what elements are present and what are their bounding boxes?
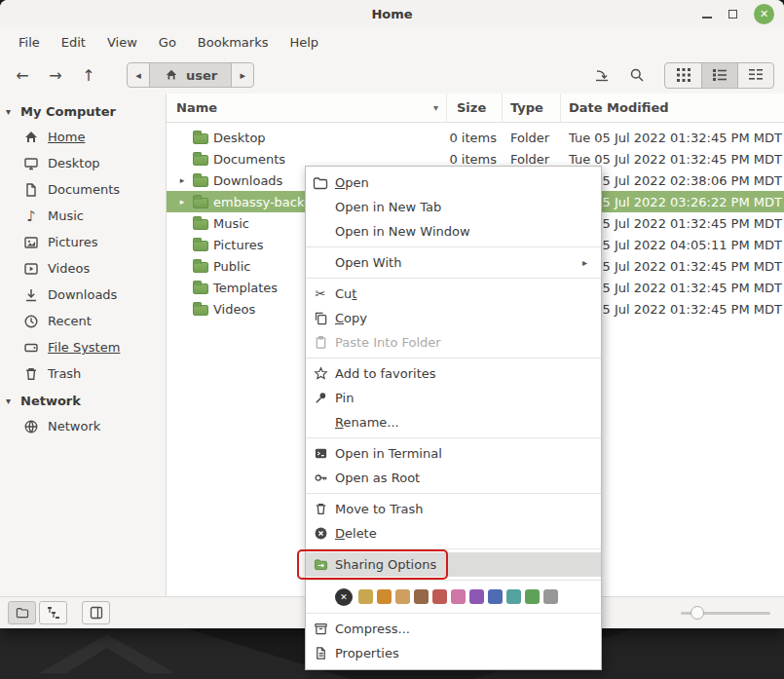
up-button[interactable]: ↑: [76, 62, 101, 88]
menu-bookmarks[interactable]: Bookmarks: [187, 31, 280, 54]
sidebar-item-documents[interactable]: Documents: [0, 176, 166, 203]
menu-file[interactable]: File: [8, 31, 51, 54]
minimize-button[interactable]: [702, 7, 712, 21]
menu-help[interactable]: Help: [279, 31, 329, 54]
breadcrumb-label: user: [186, 68, 217, 83]
color-swatch[interactable]: [543, 589, 558, 604]
sort-indicator-icon[interactable]: ▾: [433, 102, 438, 113]
zoom-slider-knob[interactable]: [691, 606, 704, 620]
column-header-date-modified[interactable]: Date Modified: [561, 94, 784, 122]
sidebar-section-network[interactable]: ▾ Network: [0, 389, 166, 413]
folder-icon: [193, 305, 208, 316]
color-swatch[interactable]: [414, 589, 429, 604]
menu-separator: [306, 246, 601, 247]
menu-item-pin[interactable]: Pin: [306, 386, 601, 410]
toggle-location-entry-button[interactable]: [588, 62, 616, 88]
menu-item-label: Add to favorites: [335, 366, 436, 381]
menu-item-open-with[interactable]: Open With ▸: [306, 250, 601, 275]
folder-icon: [193, 241, 208, 251]
sidebar-item-music[interactable]: ♪ Music: [0, 203, 166, 229]
color-swatch[interactable]: [432, 589, 447, 604]
forward-button[interactable]: →: [43, 62, 68, 88]
search-icon: [629, 67, 645, 83]
menu-item-open-in-new-window[interactable]: Open in New Window: [306, 219, 601, 244]
menu-item-copy[interactable]: Copy: [306, 306, 601, 330]
file-date: Tue 05 Jul 2022 01:32:45 PM MDT: [561, 152, 784, 167]
sidebar-item-downloads[interactable]: Downloads: [0, 282, 166, 308]
sidebar-item-videos[interactable]: Videos: [0, 255, 166, 282]
menu-item-open-as-root[interactable]: Open as Root: [306, 466, 601, 490]
sidebar-item-pictures[interactable]: Pictures: [0, 229, 166, 255]
menu-item-cut[interactable]: ✂ Cut: [306, 282, 601, 306]
list-view-button[interactable]: [701, 63, 737, 88]
search-button[interactable]: [623, 62, 651, 88]
sidebar-item-network[interactable]: Network: [0, 413, 166, 439]
color-swatch[interactable]: [451, 589, 466, 604]
breadcrumb-right-button[interactable]: ▸: [232, 63, 253, 87]
archive-icon: [312, 622, 329, 637]
desktop: Home ✕ File Edit View Go Bookmarks Help …: [0, 0, 784, 679]
expander-icon[interactable]: ▸: [176, 197, 188, 207]
menu-separator: [306, 548, 601, 549]
toggle-terminal-button[interactable]: [82, 601, 110, 624]
sidebar-item-label: Recent: [48, 314, 92, 328]
menu-edit[interactable]: Edit: [51, 31, 96, 54]
color-swatch[interactable]: [506, 589, 521, 604]
color-swatch[interactable]: [377, 589, 392, 604]
column-header-size[interactable]: Size: [447, 94, 503, 122]
expander-down-icon[interactable]: ▾: [6, 396, 16, 406]
show-treeview-button[interactable]: [39, 601, 67, 624]
clear-color-button[interactable]: ✕: [335, 588, 353, 606]
empty-icon-slot: [312, 200, 329, 215]
menu-item-open[interactable]: Open: [306, 170, 601, 195]
sidebar-item-home[interactable]: Home: [0, 124, 166, 150]
menu-item-open-in-new-tab[interactable]: Open in New Tab: [306, 195, 601, 219]
close-button[interactable]: ✕: [754, 4, 774, 24]
menu-item-properties[interactable]: Properties: [306, 641, 601, 665]
context-menu: Open Open in New Tab Open in New Window …: [305, 166, 602, 670]
breadcrumb-left-button[interactable]: ◂: [128, 63, 149, 87]
menu-item-add-to-favorites[interactable]: Add to favorites: [306, 361, 601, 386]
menu-separator: [306, 580, 601, 581]
home-icon: [23, 130, 39, 145]
menu-item-move-to-trash[interactable]: Move to Trash: [306, 497, 601, 521]
color-swatch[interactable]: [469, 589, 484, 604]
breadcrumb: ◂ user ▸: [127, 62, 254, 88]
zoom-slider[interactable]: [681, 606, 770, 620]
menu-item-label: Move to Trash: [335, 502, 424, 516]
file-name: Desktop: [213, 131, 266, 145]
color-swatch[interactable]: [395, 589, 410, 604]
file-row-desktop[interactable]: Desktop 0 items Folder Tue 05 Jul 2022 0…: [167, 127, 784, 148]
menu-item-label: Delete: [335, 526, 377, 541]
column-header-type[interactable]: Type: [503, 94, 561, 122]
color-swatch[interactable]: [525, 589, 540, 604]
color-swatch[interactable]: [358, 589, 373, 604]
column-header-name[interactable]: Name ▾: [167, 94, 447, 122]
menu-item-compress[interactable]: Compress...: [306, 617, 601, 641]
expander-down-icon[interactable]: ▾: [6, 106, 16, 117]
grid-view-button[interactable]: [665, 63, 701, 88]
compact-view-button[interactable]: [737, 63, 773, 88]
menu-item-sharing-options[interactable]: Sharing Options: [306, 552, 601, 577]
maximize-button[interactable]: [728, 7, 737, 21]
sidebar-item-file-system[interactable]: File System: [0, 334, 166, 360]
sidebar-section-my-computer[interactable]: ▾ My Computer: [0, 99, 166, 124]
sidebar-item-desktop[interactable]: Desktop: [0, 150, 166, 176]
menu-view[interactable]: View: [96, 31, 148, 54]
menu-item-rename[interactable]: Rename...: [306, 410, 601, 434]
back-button[interactable]: ←: [10, 62, 35, 88]
star-icon: [312, 366, 329, 382]
sidebar-item-trash[interactable]: Trash: [0, 360, 166, 387]
breadcrumb-segment-user[interactable]: user: [149, 63, 232, 87]
menu-item-delete[interactable]: Delete: [306, 521, 601, 546]
menu-item-open-in-terminal[interactable]: Open in Terminal: [306, 441, 601, 466]
color-swatch[interactable]: [488, 589, 503, 604]
column-headers: Name ▾ Size Type Date Modified: [167, 94, 784, 123]
sidebar-section-label: My Computer: [20, 104, 116, 119]
sidebar-item-recent[interactable]: Recent: [0, 308, 166, 334]
scissors-icon: ✂: [312, 286, 329, 302]
show-places-button[interactable]: [8, 601, 36, 624]
expander-icon[interactable]: ▸: [176, 175, 188, 185]
menu-go[interactable]: Go: [148, 31, 187, 54]
titlebar[interactable]: Home ✕: [0, 0, 784, 27]
